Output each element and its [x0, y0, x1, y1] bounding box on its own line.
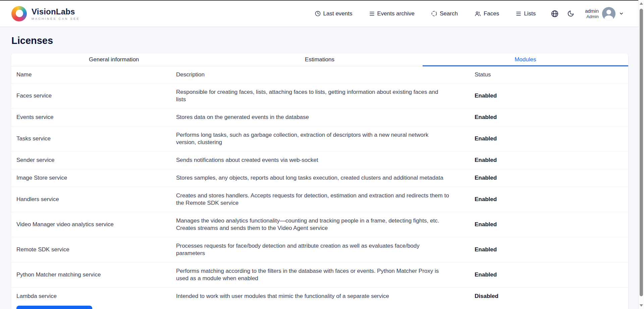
scrollbar-up-arrow-icon[interactable] [640, 2, 643, 5]
module-name: Events service [11, 109, 171, 126]
module-status: Enabled [469, 126, 628, 151]
table-row: Handlers serviceCreates and stores handl… [11, 187, 628, 212]
table-body: Faces serviceResponsible for creating fa… [11, 83, 628, 305]
clock-icon [315, 11, 321, 16]
module-status: Enabled [469, 169, 628, 187]
chevron-down-icon [619, 11, 624, 16]
main-content: Licenses General information Estimations… [0, 35, 644, 309]
module-description: Performs matching according to the filte… [171, 262, 469, 288]
column-header-name: Name [11, 66, 171, 83]
module-description: Intended to work with user modules that … [171, 288, 469, 305]
module-status: Disabled [469, 288, 628, 305]
column-header-description: Description [171, 66, 469, 83]
table-row: Lambda serviceIntended to work with user… [11, 288, 628, 305]
module-name: Video Manager video analytics service [11, 212, 171, 237]
table-row: Tasks servicePerforms long tasks, such a… [11, 126, 628, 151]
top-bar: VisionLabs MACHINES CAN SEE Last events … [0, 1, 644, 27]
table-row: Events serviceStores data on the generat… [11, 109, 628, 126]
module-name: Remote SDK service [11, 237, 171, 262]
brand-name: VisionLabs [32, 7, 80, 16]
nav-label: Faces [484, 10, 499, 17]
vertical-scrollbar[interactable] [638, 0, 644, 309]
table-row: Video Manager video analytics serviceMan… [11, 212, 628, 237]
moon-icon[interactable] [567, 10, 574, 17]
table-header-row: Name Description Status [11, 66, 628, 83]
module-status: Enabled [469, 262, 628, 288]
module-name: Lambda service [11, 288, 171, 305]
main-nav: Last events Events archive Search Faces … [315, 10, 536, 17]
table-row: Remote SDK serviceProcesses requests for… [11, 237, 628, 262]
card-footer: Buy or renew a license [11, 305, 628, 309]
list-icon [516, 11, 521, 16]
user-name: admin [585, 8, 599, 14]
module-status: Enabled [469, 212, 628, 237]
module-name: Faces service [11, 83, 171, 109]
module-status: Enabled [469, 187, 628, 212]
globe-icon[interactable] [551, 10, 558, 17]
page-title: Licenses [11, 35, 628, 46]
tab-estimations[interactable]: Estimations [217, 53, 422, 66]
user-role: Admin [585, 14, 599, 19]
nav-events-archive[interactable]: Events archive [369, 10, 415, 17]
nav-label: Search [440, 10, 458, 17]
nav-label: Events archive [377, 10, 415, 17]
focus-circle-icon [431, 11, 437, 16]
avatar [602, 7, 615, 20]
module-name: Image Store service [11, 169, 171, 187]
licenses-card: General information Estimations Modules … [11, 53, 628, 309]
table-row: Sender serviceSends notifications about … [11, 151, 628, 169]
module-name: Python Matcher matching service [11, 262, 171, 288]
brand-tagline: MACHINES CAN SEE [32, 17, 80, 20]
module-description: Responsible for creating faces, lists, a… [171, 83, 469, 109]
people-icon [475, 11, 481, 16]
column-header-status: Status [469, 66, 628, 83]
modules-table: Name Description Status Faces serviceRes… [11, 66, 628, 305]
user-menu[interactable]: admin Admin [585, 7, 624, 20]
module-description: Stores data on the generated events in t… [171, 109, 469, 126]
brand-logo[interactable]: VisionLabs MACHINES CAN SEE [11, 6, 80, 21]
scrollbar-down-arrow-icon[interactable] [640, 304, 643, 307]
module-description: Creates and stores handlers. Accepts req… [171, 187, 469, 212]
module-description: Manages the video analytics functionalit… [171, 212, 469, 237]
nav-faces[interactable]: Faces [475, 10, 499, 17]
nav-lists[interactable]: Lists [516, 10, 536, 17]
module-status: Enabled [469, 237, 628, 262]
module-description: Performs long tasks, such as garbage col… [171, 126, 469, 151]
top-controls: admin Admin [551, 7, 624, 20]
nav-label: Last events [323, 10, 353, 17]
buy-license-button[interactable]: Buy or renew a license [16, 306, 92, 309]
module-status: Enabled [469, 109, 628, 126]
nav-last-events[interactable]: Last events [315, 10, 353, 17]
tab-general-information[interactable]: General information [11, 53, 217, 66]
scrollbar-thumb[interactable] [640, 9, 643, 296]
module-description: Stores samples, any objects, reports abo… [171, 169, 469, 187]
nav-label: Lists [524, 10, 536, 17]
module-status: Enabled [469, 83, 628, 109]
module-description: Sends notifications about created events… [171, 151, 469, 169]
tab-bar: General information Estimations Modules [11, 53, 628, 66]
visionlabs-logo-icon [11, 6, 27, 21]
module-status: Enabled [469, 151, 628, 169]
module-name: Tasks service [11, 126, 171, 151]
nav-search[interactable]: Search [431, 10, 458, 17]
module-name: Handlers service [11, 187, 171, 212]
module-description: Processes requests for face/body detecti… [171, 237, 469, 262]
tab-modules[interactable]: Modules [423, 53, 628, 66]
module-name: Sender service [11, 151, 171, 169]
table-row: Faces serviceResponsible for creating fa… [11, 83, 628, 109]
list-icon [369, 11, 375, 16]
table-row: Python Matcher matching servicePerforms … [11, 262, 628, 288]
table-row: Image Store serviceStores samples, any o… [11, 169, 628, 187]
